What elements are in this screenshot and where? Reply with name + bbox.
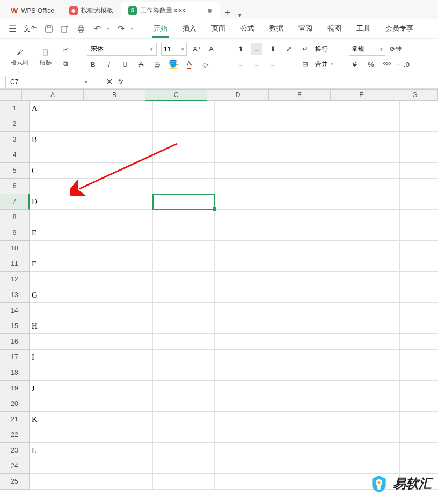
col-header-C[interactable]: C xyxy=(145,89,207,101)
cell-A6[interactable] xyxy=(30,179,91,194)
cell-G7[interactable] xyxy=(400,194,438,210)
cell-B15[interactable] xyxy=(91,318,153,334)
cell-A11[interactable]: F xyxy=(30,256,91,272)
cell-A14[interactable] xyxy=(30,303,91,318)
cell-F23[interactable] xyxy=(338,443,400,458)
save-icon[interactable] xyxy=(44,24,54,34)
cell-D23[interactable] xyxy=(215,443,276,458)
decrease-font-button[interactable]: A⁻ xyxy=(207,43,219,55)
cell-C17[interactable] xyxy=(153,350,215,365)
cell-B18[interactable] xyxy=(91,365,153,381)
cell-B17[interactable] xyxy=(91,350,153,365)
tab-menu-button[interactable]: ▾ xyxy=(236,12,244,19)
cell-D21[interactable] xyxy=(215,412,276,427)
cell-C20[interactable] xyxy=(153,396,215,412)
row-header-12[interactable]: 12 xyxy=(0,272,30,287)
cell-C16[interactable] xyxy=(153,334,215,350)
cell-B1[interactable] xyxy=(91,101,153,116)
tab-tools[interactable]: 工具 xyxy=(355,20,371,38)
cell-F14[interactable] xyxy=(338,303,400,318)
cell-G16[interactable] xyxy=(400,334,438,350)
cell-F20[interactable] xyxy=(338,396,400,412)
format-brush-button[interactable]: 🖌 格式刷 xyxy=(8,46,32,68)
cell-B21[interactable] xyxy=(91,412,153,427)
row-header-4[interactable]: 4 xyxy=(0,147,30,163)
tab-insert[interactable]: 插入 xyxy=(181,20,198,38)
cell-E23[interactable] xyxy=(276,443,338,458)
cell-F24[interactable] xyxy=(338,458,400,474)
cell-D2[interactable] xyxy=(215,116,276,132)
cell-C19[interactable] xyxy=(153,381,215,396)
font-select[interactable]: 宋体▾ xyxy=(87,43,157,56)
cell-C8[interactable] xyxy=(153,210,215,225)
row-header-17[interactable]: 17 xyxy=(0,350,30,365)
cell-A9[interactable]: E xyxy=(30,225,91,241)
cell-D19[interactable] xyxy=(215,381,276,396)
row-header-19[interactable]: 19 xyxy=(0,381,30,396)
cell-G24[interactable] xyxy=(400,458,438,474)
cell-D3[interactable] xyxy=(215,132,276,147)
cell-D9[interactable] xyxy=(215,225,276,241)
row-header-5[interactable]: 5 xyxy=(0,163,30,179)
col-header-A[interactable]: A xyxy=(22,89,84,101)
cell-G5[interactable] xyxy=(400,163,438,179)
name-box[interactable]: C7 ▾ xyxy=(5,76,92,88)
cell-G10[interactable] xyxy=(400,241,438,256)
justify-button[interactable]: ≣ xyxy=(283,58,295,70)
row-header-14[interactable]: 14 xyxy=(0,303,30,318)
cell-A8[interactable] xyxy=(30,210,91,225)
cell-C2[interactable] xyxy=(153,116,215,132)
cell-D10[interactable] xyxy=(215,241,276,256)
row-header-11[interactable]: 11 xyxy=(0,256,30,272)
number-format-select[interactable]: 常规▾ xyxy=(349,43,385,56)
cell-E20[interactable] xyxy=(276,396,338,412)
cell-E25[interactable] xyxy=(276,474,338,490)
cell-C22[interactable] xyxy=(153,427,215,443)
cell-F1[interactable] xyxy=(338,101,400,116)
cell-A2[interactable] xyxy=(30,116,91,132)
cell-E18[interactable] xyxy=(276,365,338,381)
align-center-button[interactable]: ≡ xyxy=(251,58,262,70)
border-button[interactable]: ⊞▾ xyxy=(151,59,163,71)
row-header-7[interactable]: 7 xyxy=(0,194,30,210)
cell-F3[interactable] xyxy=(338,132,400,147)
fill-color-button[interactable]: 🪣▾ xyxy=(167,59,179,71)
cell-C12[interactable] xyxy=(153,272,215,287)
cell-B12[interactable] xyxy=(91,272,153,287)
cell-C1[interactable] xyxy=(153,101,215,116)
cell-D1[interactable] xyxy=(215,101,276,116)
fx-icon[interactable]: fx xyxy=(118,78,123,86)
cell-F11[interactable] xyxy=(338,256,400,272)
col-header-F[interactable]: F xyxy=(331,89,392,101)
cell-A3[interactable]: B xyxy=(30,132,91,147)
cell-F10[interactable] xyxy=(338,241,400,256)
cell-A23[interactable]: L xyxy=(30,443,91,458)
cell-A17[interactable]: I xyxy=(30,350,91,365)
cell-E15[interactable] xyxy=(276,318,338,334)
fontsize-select[interactable]: 11▾ xyxy=(161,43,187,56)
select-all-corner[interactable] xyxy=(0,89,22,101)
hamburger-icon[interactable]: ☰ xyxy=(8,24,17,34)
row-header-9[interactable]: 9 xyxy=(0,225,30,241)
tab-start[interactable]: 开始 xyxy=(152,20,169,38)
cell-B10[interactable] xyxy=(91,241,153,256)
currency-button[interactable]: ¥▾ xyxy=(349,59,361,71)
file-menu[interactable]: 文件 xyxy=(24,24,38,34)
undo-icon[interactable]: ↶ xyxy=(92,24,102,34)
cell-C10[interactable] xyxy=(153,241,215,256)
cell-E8[interactable] xyxy=(276,210,338,225)
cell-C23[interactable] xyxy=(153,443,215,458)
align-top-button[interactable]: ⬆ xyxy=(235,43,246,55)
cell-D18[interactable] xyxy=(215,365,276,381)
cell-A15[interactable]: H xyxy=(30,318,91,334)
bold-button[interactable]: B xyxy=(87,59,99,71)
cell-G6[interactable] xyxy=(400,179,438,194)
col-header-D[interactable]: D xyxy=(207,89,269,101)
cell-E3[interactable] xyxy=(276,132,338,147)
cell-B3[interactable] xyxy=(91,132,153,147)
cell-C7[interactable] xyxy=(153,194,215,210)
formula-input[interactable] xyxy=(123,76,438,88)
tab-workbook[interactable]: S 工作簿数量.xlsx xyxy=(121,2,220,19)
cell-G12[interactable] xyxy=(400,272,438,287)
cell-D7[interactable] xyxy=(215,194,276,210)
